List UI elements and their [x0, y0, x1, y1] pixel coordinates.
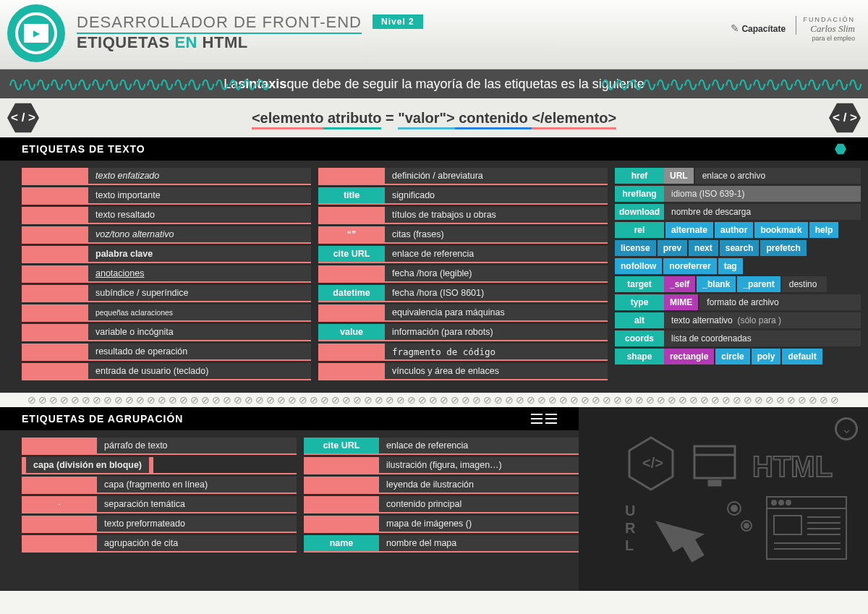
attr-key: hreflang [615, 186, 664, 202]
svg-rect-19 [774, 516, 801, 534]
rel-chip: nofollow [615, 258, 662, 274]
grp-b: cite URLenlace de referenciailustración … [304, 438, 579, 555]
attr-val: nombre de descarga [664, 204, 861, 220]
desc-cell: entrada de usuario (teclado) [88, 363, 311, 379]
desc-cell: texto resaltado [88, 207, 311, 223]
desc-cell: capa (división en bloque) [26, 457, 149, 473]
table-row: entrada de usuario (teclado) [22, 363, 311, 380]
section-title: ETIQUETAS DE TEXTO [22, 143, 145, 155]
syntax-example: <elemento atributo = "valor"> contenido … [252, 110, 616, 127]
attr-val: enlace o archivo [695, 168, 861, 184]
desc-cell: variable o incógnita [88, 324, 311, 340]
desc-cell: texto importante [88, 187, 311, 203]
table-row: citas (frases) [318, 226, 608, 244]
value-chip: circle [715, 349, 749, 364]
svg-text:</>: </> [642, 455, 663, 471]
grp-a: párrafo de textocapa (división en bloque… [22, 438, 297, 555]
attr-row: relalternateauthorbookmarkhelp [615, 222, 861, 238]
rel-chip: tag [718, 258, 743, 274]
svg-text:HTML: HTML [752, 451, 833, 482]
tag-cell [304, 516, 379, 532]
screen-play-icon [22, 22, 51, 45]
chain-divider: ⊘⊘⊘⊘⊘⊘⊘⊘⊘⊘⊘⊘⊘⊘⊘⊘⊘⊘⊘⊘⊘⊘⊘⊘⊘⊘⊘⊘⊘⊘⊘⊘⊘⊘⊘⊘⊘⊘⊘⊘… [0, 393, 868, 407]
tag-cell [22, 168, 88, 184]
tag-cell [318, 304, 385, 320]
svg-text:R: R [625, 520, 636, 536]
desc-cell: vínculos y área de enlaces [385, 363, 608, 379]
tag-cell [318, 363, 385, 379]
attr-key: target [615, 276, 664, 292]
desc-cell: fecha /hora (legible) [385, 265, 608, 281]
rel-chip: search [720, 240, 760, 256]
table-row: fecha /hora (legible) [318, 265, 608, 283]
value-chip: poly [752, 349, 781, 364]
attr-val: idioma (ISO 639-1) [664, 186, 861, 202]
intro-bar: La sintaxis que debe de seguir la mayorí… [0, 69, 868, 98]
attr-row: downloadnombre de descarga [615, 204, 861, 220]
table-row: vínculos y área de enlaces [318, 363, 608, 380]
hex-bullet-icon [835, 143, 846, 155]
table-row: separación temática [22, 496, 297, 513]
svg-point-11 [731, 506, 737, 511]
table-row: cite URLenlace de referencia [318, 246, 608, 263]
code-hex-icon: < / > [7, 102, 39, 134]
tag-cell [22, 496, 97, 512]
attr-row: nofollownoreferrertag [615, 258, 861, 274]
table-row: texto importante [22, 187, 311, 205]
svg-point-16 [772, 500, 776, 505]
tag-cell: datetime [318, 285, 385, 301]
syntax-row: < / > <elemento atributo = "valor"> cont… [0, 98, 868, 137]
tag-cell [304, 457, 379, 473]
table-row: texto resaltado [22, 207, 311, 224]
header-logos: ✎ Capacítate FUNDACIÓNCarlos Slim para e… [731, 16, 855, 42]
tag-cell [22, 285, 88, 301]
rel-chip: help [809, 222, 839, 238]
attr-key: shape [615, 349, 664, 364]
svg-rect-4 [709, 481, 720, 485]
tag-cell [22, 438, 97, 453]
desc-cell: enlace de referencia [385, 246, 608, 262]
tag-cell: capa (división en bloque) [22, 457, 153, 473]
attr-key: href [615, 168, 664, 184]
tag-cell [304, 496, 379, 512]
table-row: ilustración (figura, imagen…) [304, 457, 579, 474]
table-row: capa (división en bloque) [22, 457, 297, 474]
desc-cell: significado [385, 187, 608, 203]
header-subtitle: ETIQUETAS EN HTML [77, 33, 423, 52]
desc-cell: palabra clave [88, 246, 311, 262]
section-head-group: ETIQUETAS DE AGRUPACIÓN [0, 407, 579, 430]
rel-chip: prefetch [760, 240, 806, 256]
value-chip: _blank [697, 276, 736, 292]
attr-row: licenseprevnextsearchprefetch [615, 240, 861, 256]
desc-cell: fragmento de código [385, 344, 608, 359]
table-row: leyenda de ilustración [304, 477, 579, 494]
tag-cell [318, 265, 385, 281]
attr-key: download [615, 204, 664, 220]
svg-point-13 [744, 524, 749, 528]
svg-text:U: U [625, 503, 635, 519]
tag-cell [22, 363, 88, 379]
tag-cell: cite URL [318, 246, 385, 262]
desc-cell: pequeñas aclaraciones [88, 304, 311, 320]
tag-cell [318, 168, 385, 184]
attr-val: destino [782, 276, 827, 292]
tag-cell [318, 207, 385, 223]
desc-cell: leyenda de ilustración [379, 477, 579, 493]
table-row: texto enfatizado [22, 168, 311, 185]
table-row: namenombre del mapa [304, 535, 579, 553]
tag-cell: title [318, 187, 385, 203]
tag-cell [22, 324, 88, 340]
table-row: equivalencia para máquinas [318, 304, 608, 322]
desc-cell: separación temática [97, 496, 297, 512]
col-b: definición / abreviaturatitlesignificado… [318, 168, 608, 383]
svg-point-18 [786, 500, 791, 505]
attr-row: coordslista de coordenadas [615, 331, 861, 346]
table-row: capa (fragmento en línea) [22, 477, 297, 494]
desc-cell: contenido principal [379, 496, 579, 512]
desc-cell: resultado de operación [88, 344, 311, 359]
table-row: resultado de operación [22, 344, 311, 361]
url-chip: URL [664, 168, 694, 184]
table-row: cite URLenlace de referencia [304, 438, 579, 455]
desc-cell: información (para robots) [385, 324, 608, 340]
desc-cell: agrupación de cita [97, 535, 297, 551]
